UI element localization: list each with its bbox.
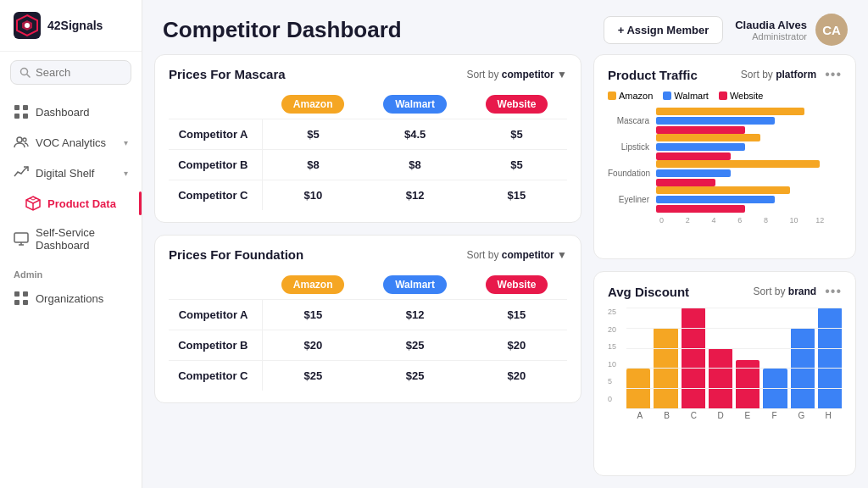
- bar-group: [654, 328, 677, 409]
- legend-walmart-label: Walmart: [674, 91, 709, 101]
- mascara-sort-label: Sort by competitor ▼: [466, 69, 567, 80]
- x-label: B: [654, 411, 681, 420]
- discount-title: Avg Discount: [608, 285, 689, 299]
- y-tick: 15: [608, 342, 623, 351]
- more-options-icon[interactable]: •••: [825, 284, 842, 299]
- sidebar-item-label: Self-Service Dashboard: [36, 226, 128, 252]
- v-bar: [763, 369, 787, 409]
- foundation-card-header: Prices For Foundation Sort by competitor…: [169, 247, 567, 262]
- cell-website: $15: [466, 300, 567, 330]
- walmart-badge: Walmart: [383, 275, 447, 294]
- y-tick: 0: [608, 395, 623, 403]
- cell-walmart: $4.5: [364, 119, 466, 150]
- more-options-icon[interactable]: •••: [825, 67, 842, 82]
- x-tick: 0: [659, 216, 686, 225]
- svg-point-10: [17, 137, 22, 142]
- bar-product-label: Foundation: [608, 169, 654, 179]
- legend-amazon-label: Amazon: [619, 91, 653, 101]
- x-label: D: [707, 411, 734, 420]
- bar-group-row: Foundation: [608, 160, 842, 186]
- amazon-color-dot: [608, 92, 616, 100]
- discount-sort-label: Sort by brand: [753, 286, 816, 297]
- box-icon: [25, 196, 41, 211]
- chevron-down-icon: ▾: [124, 169, 128, 178]
- sidebar-item-digital-shelf[interactable]: Digital Shelf ▾: [0, 158, 142, 188]
- cell-website: $5: [466, 150, 567, 180]
- search-input[interactable]: [36, 66, 122, 79]
- website-color-dot: [719, 92, 727, 100]
- svg-point-3: [25, 23, 30, 28]
- website-bar: [656, 205, 842, 213]
- sidebar-item-voc-analytics[interactable]: VOC Analytics ▾: [0, 127, 142, 158]
- v-bar: [709, 348, 732, 409]
- sidebar-item-product-data[interactable]: Product Data: [0, 188, 142, 219]
- x-tick: 8: [764, 216, 790, 225]
- svg-rect-18: [23, 291, 28, 297]
- amazon-bar: [656, 160, 842, 168]
- table-row: Competitor A $15 $12 $15: [169, 300, 567, 330]
- x-label: F: [761, 411, 788, 420]
- sidebar-item-organizations[interactable]: Organizations: [0, 283, 142, 313]
- y-tick: 10: [608, 360, 623, 369]
- x-label: A: [626, 411, 654, 420]
- v-bar: [626, 369, 650, 409]
- legend-website-label: Website: [730, 91, 764, 101]
- user-text: Claudia Alves Administrator: [735, 19, 807, 42]
- search-container[interactable]: [10, 60, 131, 85]
- bars-area: [626, 308, 842, 409]
- assign-member-button[interactable]: + Assign Member: [604, 16, 724, 44]
- user-role: Administrator: [735, 31, 807, 42]
- v-bar: [682, 308, 705, 409]
- legend-amazon: Amazon: [608, 91, 653, 101]
- bar-group: [791, 328, 815, 409]
- logo-icon: [14, 12, 41, 39]
- cell-walmart: $8: [364, 150, 466, 180]
- main-nav: Dashboard VOC Analytics ▾ Digital Shelf …: [0, 93, 142, 488]
- sidebar-item-label: Product Data: [47, 197, 116, 210]
- chart-legend: Amazon Walmart Website: [608, 91, 842, 101]
- bars-container: [656, 134, 842, 160]
- cell-walmart: $12: [364, 180, 466, 211]
- x-tick: 10: [790, 216, 816, 225]
- cell-amazon: $15: [262, 300, 364, 330]
- mascara-price-card: Prices For Mascara Sort by competitor ▼ …: [154, 54, 581, 223]
- table-row: Competitor B $8 $8 $5: [169, 150, 567, 180]
- walmart-bar: [656, 143, 842, 151]
- y-axis: 0510152025: [608, 308, 623, 403]
- cell-walmart: $25: [364, 361, 466, 391]
- active-indicator: [139, 191, 142, 215]
- row-label: Competitor C: [169, 180, 262, 211]
- v-bar: [736, 360, 760, 409]
- x-label: E: [734, 411, 761, 420]
- x-label: C: [681, 411, 708, 420]
- header-actions: + Assign Member Claudia Alves Administra…: [604, 14, 848, 46]
- main-content: Competitor Dashboard + Assign Member Cla…: [142, 0, 868, 488]
- bar-group-row: Mascara: [608, 108, 842, 134]
- website-badge: Website: [486, 95, 548, 114]
- sidebar-item-self-service[interactable]: Self-Service Dashboard: [0, 219, 142, 259]
- walmart-bar: [656, 196, 842, 203]
- bar-group: [626, 369, 650, 409]
- discount-card-header: Avg Discount Sort by brand •••: [608, 284, 842, 299]
- table-row: Competitor C $25 $25 $20: [169, 361, 567, 391]
- sidebar-item-dashboard[interactable]: Dashboard: [0, 97, 142, 127]
- svg-rect-7: [23, 105, 28, 110]
- logo: 42Signals: [0, 0, 142, 52]
- bars-container: [656, 108, 842, 134]
- x-tick: 2: [686, 216, 712, 225]
- page-title: Competitor Dashboard: [163, 17, 402, 43]
- row-label: Competitor C: [169, 361, 262, 391]
- traffic-sort-label: Sort by platform: [741, 69, 816, 80]
- avatar: CA: [815, 14, 848, 46]
- bar-group: [709, 348, 732, 409]
- walmart-badge: Walmart: [383, 95, 447, 114]
- cell-walmart: $12: [364, 300, 466, 330]
- x-axis-labels: 0 2 4 6 8 10 12: [659, 216, 842, 225]
- table-row: Competitor B $20 $25 $20: [169, 330, 567, 361]
- legend-website: Website: [719, 91, 764, 101]
- chart-area-wrap: 0510152025ABCDEFGH: [608, 308, 842, 420]
- table-row: Competitor C $10 $12 $15: [169, 180, 567, 211]
- content-area: Prices For Mascara Sort by competitor ▼ …: [142, 54, 868, 488]
- x-axis-labels: ABCDEFGH: [626, 411, 842, 420]
- assign-member-label: + Assign Member: [618, 24, 709, 36]
